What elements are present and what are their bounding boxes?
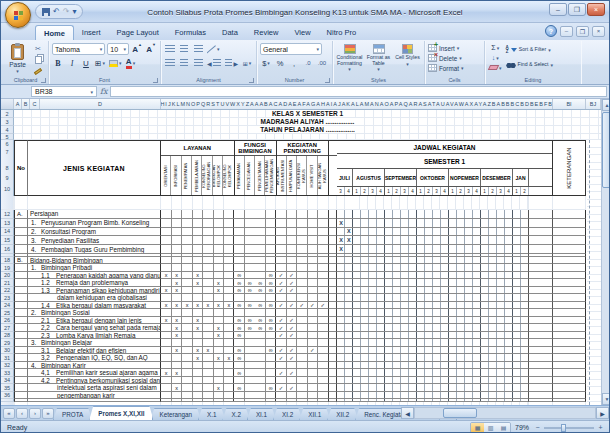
week-header[interactable]: 2 xyxy=(425,187,433,195)
mark-cell[interactable] xyxy=(213,317,223,324)
undo-icon[interactable]: ↶ xyxy=(53,8,60,16)
find-select-button[interactable]: Find & Select ▾ xyxy=(506,58,553,72)
mark-cell[interactable] xyxy=(182,272,192,279)
clear-button[interactable]: ▾ xyxy=(488,63,503,72)
mark-cells[interactable] xyxy=(161,257,329,265)
mark-cell[interactable] xyxy=(213,272,223,279)
borders-button[interactable]: ⊞▾ xyxy=(94,57,106,69)
row-number[interactable]: 20 xyxy=(1,272,14,280)
section-cell[interactable] xyxy=(14,219,28,228)
mark-cell[interactable] xyxy=(318,332,328,339)
month-header[interactable]: DESEMBER xyxy=(481,169,513,186)
row-number[interactable]: 3 xyxy=(1,118,14,126)
comma-style-button[interactable]: , xyxy=(288,57,300,69)
blank-cell[interactable] xyxy=(529,219,553,228)
mark-cell[interactable] xyxy=(161,347,171,354)
week-cells[interactable] xyxy=(337,347,529,355)
align-right-button[interactable] xyxy=(192,57,204,69)
week-cell[interactable] xyxy=(480,245,488,253)
mark-cells[interactable] xyxy=(161,362,329,370)
week-header[interactable]: 3 xyxy=(433,187,441,195)
mark-cell[interactable] xyxy=(255,347,265,354)
mark-cell[interactable] xyxy=(161,324,171,331)
keterangan-cell[interactable] xyxy=(553,339,586,347)
keterangan-cell[interactable] xyxy=(553,317,586,325)
row-number[interactable]: 30 xyxy=(1,347,14,355)
week-cell[interactable] xyxy=(456,236,464,244)
mark-cell[interactable]: x xyxy=(161,287,171,294)
kegiatan-cell[interactable]: intelektual serta aspirasi seni dalam xyxy=(28,384,161,392)
mark-cell[interactable] xyxy=(255,354,265,361)
accounting-format-button[interactable]: $▾ xyxy=(260,57,272,69)
week-cell[interactable] xyxy=(472,236,480,244)
zoom-track[interactable] xyxy=(544,427,594,429)
week-cell[interactable] xyxy=(401,245,409,253)
format-painter-button[interactable] xyxy=(31,66,45,76)
mark-cell[interactable] xyxy=(245,369,255,376)
name-box[interactable]: BR38 ▾ xyxy=(31,86,97,97)
decrease-decimal-button[interactable]: .00 xyxy=(316,57,328,69)
tab-insert[interactable]: Insert xyxy=(74,25,109,40)
mark-cell[interactable]: ✓ xyxy=(286,287,296,294)
mark-cell[interactable]: ∞ xyxy=(245,324,255,331)
tab-page-layout[interactable]: Page Layout xyxy=(109,25,167,40)
copy-button[interactable] xyxy=(31,55,45,65)
cut-button[interactable]: ✂ xyxy=(31,44,45,54)
week-cell[interactable] xyxy=(512,219,520,227)
week-cell[interactable] xyxy=(432,219,440,227)
row-number[interactable]: 19 xyxy=(1,264,14,272)
week-cells[interactable] xyxy=(337,264,529,272)
week-cell[interactable] xyxy=(472,219,480,227)
kegiatan-cell[interactable]: 3,2 Pengenalan IQ, EQ, SQ, dan AQ xyxy=(28,354,161,362)
mark-cell[interactable]: ✓ xyxy=(276,302,286,309)
blank-cell[interactable] xyxy=(529,287,553,295)
row-number[interactable]: 4 xyxy=(1,126,14,134)
section-cell[interactable] xyxy=(14,264,28,272)
mark-cell[interactable] xyxy=(182,324,192,331)
mark-cell[interactable]: ∞ xyxy=(234,332,244,339)
mark-cell[interactable]: ✓ xyxy=(286,302,296,309)
week-cell[interactable] xyxy=(464,236,472,244)
week-cell[interactable] xyxy=(369,219,377,227)
keterangan-cell[interactable] xyxy=(553,354,586,362)
week-cell[interactable] xyxy=(353,228,361,236)
week-cell[interactable] xyxy=(401,219,409,227)
mark-cell[interactable] xyxy=(307,369,317,376)
mark-cell[interactable]: x xyxy=(161,317,171,324)
sheet-tab[interactable]: X.1 xyxy=(198,408,225,420)
week-cell[interactable] xyxy=(432,228,440,236)
next-sheet-button[interactable]: › xyxy=(29,408,41,419)
mark-cell[interactable]: ✓ xyxy=(276,324,286,331)
mark-cell[interactable]: ∞ xyxy=(234,347,244,354)
mark-cell[interactable] xyxy=(307,287,317,294)
help-button[interactable]: ? xyxy=(545,25,557,37)
keterangan-cell[interactable] xyxy=(553,287,586,295)
tab-home[interactable]: Home xyxy=(35,25,74,40)
mark-cell[interactable] xyxy=(224,384,234,391)
mark-cell[interactable] xyxy=(203,324,213,331)
mark-cells[interactable]: xx∞✓✓ xyxy=(161,369,329,377)
week-cell[interactable] xyxy=(496,236,504,244)
italic-button[interactable]: I xyxy=(66,57,78,69)
week-header[interactable]: 1 xyxy=(353,187,361,195)
mark-cell[interactable]: ∞ xyxy=(265,302,275,309)
mark-cell[interactable] xyxy=(297,272,307,279)
week-cell[interactable] xyxy=(345,219,353,227)
week-cell[interactable] xyxy=(448,219,456,227)
mark-cell[interactable]: ∞ xyxy=(234,317,244,324)
kegiatan-cell[interactable]: Persiapan xyxy=(28,210,161,219)
section-cell[interactable] xyxy=(14,392,28,400)
blank-cell[interactable] xyxy=(529,210,553,219)
mark-cell[interactable]: ∞ xyxy=(234,302,244,309)
week-header[interactable]: 2 xyxy=(457,187,465,195)
conditional-formatting-button[interactable]: Conditional Formatting ▾ xyxy=(336,43,363,71)
mark-cell[interactable]: ∞ xyxy=(265,324,275,331)
mark-cell[interactable]: ∞ xyxy=(255,324,265,331)
mark-cell[interactable]: x xyxy=(192,302,202,309)
fill-color-button[interactable]: ▾ xyxy=(108,57,123,69)
mark-cell[interactable]: x xyxy=(171,347,181,354)
keterangan-cell[interactable] xyxy=(553,332,586,340)
mark-cell[interactable]: ∞ xyxy=(255,279,265,286)
column-label-cell[interactable]: PENEMPATAN xyxy=(182,156,192,195)
mark-cell[interactable]: x xyxy=(182,302,192,309)
